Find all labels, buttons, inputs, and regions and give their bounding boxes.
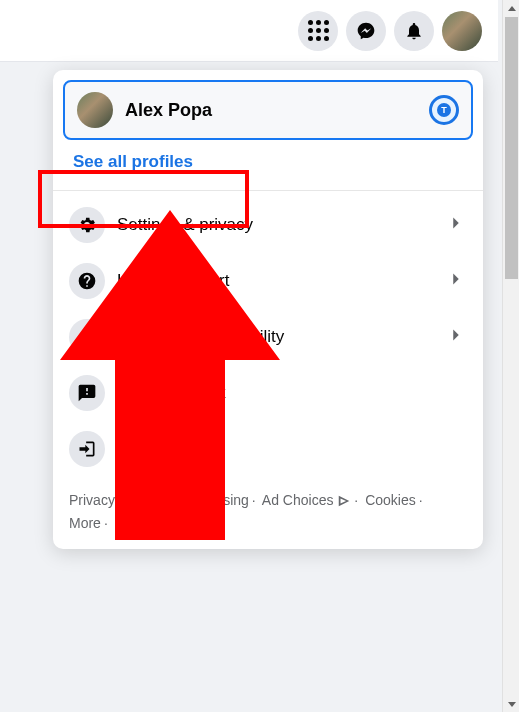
scroll-thumb[interactable] xyxy=(505,17,518,279)
chevron-right-icon xyxy=(445,324,467,350)
dropdown-footer: Privacy· Terms· Advertising· Ad Choices … xyxy=(63,489,473,535)
adchoices-icon xyxy=(337,490,351,512)
account-avatar-button[interactable] xyxy=(442,11,482,51)
gear-icon xyxy=(77,215,97,235)
profile-card[interactable]: Alex Popa T xyxy=(63,80,473,140)
feedback-icon xyxy=(77,383,97,403)
chevron-right-icon xyxy=(445,268,467,294)
menu-label: Help & support xyxy=(117,271,433,291)
menu-label: Give feedback xyxy=(117,383,467,403)
menu-label: Settings & privacy xyxy=(117,215,433,235)
bell-icon xyxy=(404,21,424,41)
menu-log-out[interactable]: Log Out xyxy=(63,423,473,475)
footer-link-more[interactable]: More xyxy=(69,515,101,531)
footer-link-privacy[interactable]: Privacy xyxy=(69,492,115,508)
chevron-right-icon xyxy=(445,212,467,238)
menu-give-feedback[interactable]: Give feedback xyxy=(63,367,473,419)
menu-display-accessibility[interactable]: Display & accessibility xyxy=(63,311,473,363)
footer-link-terms[interactable]: Terms xyxy=(128,492,166,508)
messenger-icon xyxy=(356,21,376,41)
menu-help-support[interactable]: Help & support xyxy=(63,255,473,307)
account-dropdown: Alex Popa T See all profiles Settings & … xyxy=(53,70,483,549)
profile-switch-badge: T xyxy=(429,95,459,125)
see-all-profiles-link[interactable]: See all profiles xyxy=(63,140,473,186)
profile-avatar xyxy=(77,92,113,128)
footer-copyright: Meta © 2022 xyxy=(115,515,195,531)
messenger-button[interactable] xyxy=(346,11,386,51)
scroll-up-button[interactable] xyxy=(503,0,519,17)
notifications-button[interactable] xyxy=(394,11,434,51)
scrollbar[interactable] xyxy=(502,0,519,712)
footer-link-advertising[interactable]: Advertising xyxy=(180,492,249,508)
menu-settings-privacy[interactable]: Settings & privacy xyxy=(63,199,473,251)
scroll-down-button[interactable] xyxy=(503,695,519,712)
footer-link-cookies[interactable]: Cookies xyxy=(365,492,416,508)
top-bar xyxy=(0,0,498,62)
menu-label: Display & accessibility xyxy=(117,327,433,347)
menu-button[interactable] xyxy=(298,11,338,51)
menu-label: Log Out xyxy=(117,439,467,459)
profile-name: Alex Popa xyxy=(125,100,417,121)
menu-list: Settings & privacy Help & support Displa… xyxy=(63,199,473,475)
grid-icon xyxy=(308,20,329,41)
moon-icon xyxy=(77,327,97,347)
footer-link-adchoices[interactable]: Ad Choices xyxy=(262,492,334,508)
logout-icon xyxy=(77,439,97,459)
question-icon xyxy=(77,271,97,291)
